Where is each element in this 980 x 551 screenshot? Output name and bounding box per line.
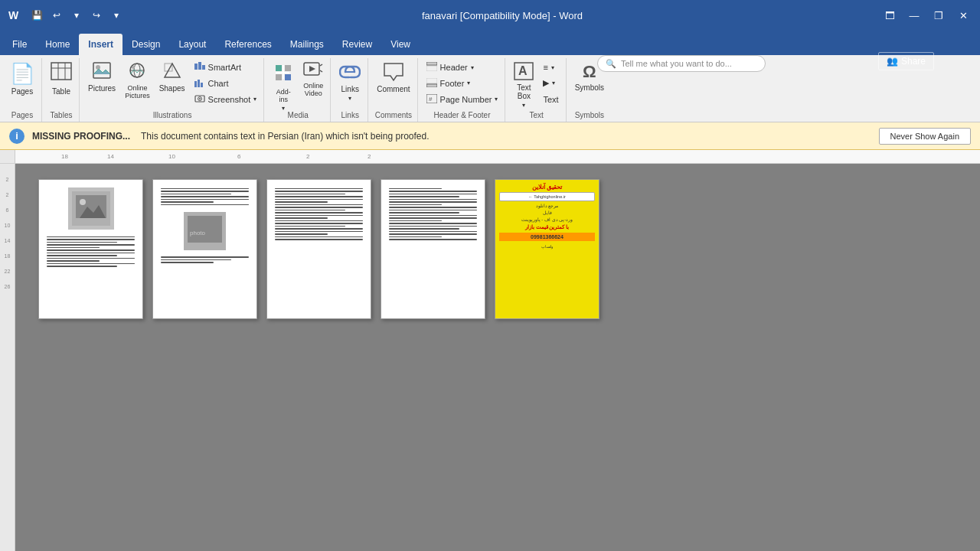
svg-rect-17 xyxy=(194,81,197,87)
svg-text:#: # xyxy=(429,96,433,103)
text-dropdown2[interactable]: ▾ xyxy=(552,80,555,86)
text-extra1[interactable]: ≡ ▾ xyxy=(539,60,562,75)
save-quick-button[interactable]: 💾 xyxy=(28,6,46,24)
tell-me-bar[interactable]: 🔍 Tell me what you want to do... xyxy=(597,55,766,72)
group-media: Add-ins ▾ OnlineVideo Media xyxy=(266,58,331,122)
svg-rect-19 xyxy=(201,83,203,87)
svg-rect-25 xyxy=(276,74,282,80)
header-label: Header xyxy=(440,63,468,72)
alert-bold-text: MISSING PROOFING... xyxy=(32,131,130,142)
page5-line1: مرجع دانلود xyxy=(499,203,595,208)
page-number-dropdown[interactable]: ▾ xyxy=(495,96,498,103)
pictures-button[interactable]: Pictures xyxy=(84,60,119,107)
textbox-button[interactable]: A TextBox ▾ xyxy=(510,60,537,107)
textbox-icon: A xyxy=(514,62,534,82)
page4-lines xyxy=(386,184,480,243)
alert-message: This document contains text in Persian (… xyxy=(141,131,429,142)
footer-dropdown[interactable]: ▾ xyxy=(467,80,470,86)
text-icon2: ▶ xyxy=(543,78,549,88)
page-2[interactable]: photo xyxy=(152,179,257,319)
footer-icon xyxy=(426,78,437,89)
screenshot-dropdown[interactable]: ▾ xyxy=(253,96,256,103)
ruler-mark-18: 18 xyxy=(61,153,68,160)
tab-review[interactable]: Review xyxy=(333,34,381,55)
textbox-dropdown[interactable]: ▾ xyxy=(522,102,525,109)
page5-line2: فایل xyxy=(499,210,595,215)
smartart-chart-screenshot-col: SmartArt Chart xyxy=(191,60,261,107)
redo-button[interactable]: ↪ xyxy=(87,6,106,24)
undo-dropdown[interactable]: ▾ xyxy=(67,6,86,24)
vruler-2b: 2 xyxy=(6,187,9,202)
addins-button[interactable]: Add-ins ▾ xyxy=(269,60,298,107)
horizontal-ruler: 18 14 10 6 2 2 xyxy=(0,150,980,164)
ribbon-display-button[interactable]: 🗖 xyxy=(879,5,900,26)
pages-button[interactable]: 📄 Pages xyxy=(6,60,38,107)
document-area: 2 2 6 10 14 18 22 26 xyxy=(0,164,980,551)
qa-dropdown[interactable]: ▾ xyxy=(107,6,126,24)
group-links: Links ▾ Links xyxy=(332,58,368,122)
page5-footer: واتساپ xyxy=(499,244,595,249)
table-button[interactable]: Table xyxy=(47,60,76,107)
vruler-10: 10 xyxy=(5,217,11,233)
page-number-icon: # xyxy=(426,94,437,105)
page-5[interactable]: تحقیق آنلاین Tahghighonline.ir ← مرجع دا… xyxy=(495,179,599,319)
online-video-button[interactable]: OnlineVideo xyxy=(299,60,327,107)
svg-rect-14 xyxy=(194,64,198,70)
shapes-icon xyxy=(163,62,181,83)
header-button[interactable]: Header ▾ xyxy=(423,60,502,75)
close-button[interactable]: ✕ xyxy=(952,5,974,26)
page-number-button[interactable]: # Page Number ▾ xyxy=(423,92,502,107)
smartart-button[interactable]: SmartArt xyxy=(191,60,261,75)
tab-mailings[interactable]: Mailings xyxy=(281,34,333,55)
page-4[interactable] xyxy=(381,179,485,319)
screenshot-button[interactable]: Screenshot ▾ xyxy=(191,92,261,107)
never-show-again-button[interactable]: Never Show Again xyxy=(879,128,972,145)
page-3[interactable] xyxy=(266,179,371,319)
online-pictures-icon xyxy=(128,62,146,83)
links-button[interactable]: Links ▾ xyxy=(335,60,364,107)
addins-label: Add-ins xyxy=(276,88,291,103)
online-pictures-button[interactable]: OnlinePictures xyxy=(121,60,154,107)
page-1[interactable] xyxy=(38,179,143,319)
shapes-button[interactable]: Shapes xyxy=(155,60,189,107)
maximize-button[interactable]: ❐ xyxy=(928,5,949,26)
tab-layout[interactable]: Layout xyxy=(169,34,215,55)
ruler-mark-2b: 2 xyxy=(368,153,371,160)
tab-references[interactable]: References xyxy=(215,34,280,55)
title-bar-left: W 💾 ↩ ▾ ↪ ▾ xyxy=(6,6,126,24)
undo-button[interactable]: ↩ xyxy=(47,6,66,24)
text-group-label: Text xyxy=(510,109,562,122)
tab-home[interactable]: Home xyxy=(36,34,79,55)
pages-icon: 📄 xyxy=(10,62,34,86)
window-controls: 🗖 — ❐ ✕ xyxy=(879,5,974,26)
header-dropdown[interactable]: ▾ xyxy=(471,64,474,71)
links-dropdown[interactable]: ▾ xyxy=(348,95,351,102)
pages-row: photo xyxy=(38,179,599,319)
tables-group-label: Tables xyxy=(47,109,76,122)
tab-file[interactable]: File xyxy=(3,34,36,55)
footer-button[interactable]: Footer ▾ xyxy=(423,76,502,91)
page2-lines-top xyxy=(158,184,252,209)
tab-insert[interactable]: Insert xyxy=(79,34,122,55)
online-video-label: OnlineVideo xyxy=(303,82,323,97)
chart-button[interactable]: Chart xyxy=(191,76,261,91)
page5-url: Tahghighonline.ir ← xyxy=(499,192,595,201)
svg-marker-30 xyxy=(309,66,315,72)
tab-view[interactable]: View xyxy=(381,34,420,55)
svg-point-22 xyxy=(199,98,201,99)
text-extras-col: ≡ ▾ ▶ ▾ Text xyxy=(539,60,562,107)
chart-icon xyxy=(194,78,205,89)
tab-design[interactable]: Design xyxy=(122,34,169,55)
quick-access-toolbar: 💾 ↩ ▾ ↪ ▾ xyxy=(28,6,126,24)
minimize-button[interactable]: — xyxy=(903,5,925,26)
ruler-mark-14: 14 xyxy=(107,153,114,160)
symbols-icon: Ω xyxy=(583,62,596,82)
share-button[interactable]: 👥 Share xyxy=(878,52,934,70)
text-extra2[interactable]: ▶ ▾ xyxy=(539,76,562,91)
vruler-14: 14 xyxy=(5,233,11,248)
ruler-horizontal: 18 14 10 6 2 2 xyxy=(15,150,980,163)
comment-button[interactable]: Comment xyxy=(373,60,413,107)
page-number-label: Page Number xyxy=(440,95,492,104)
svg-point-11 xyxy=(132,66,135,69)
text-dropdown1[interactable]: ▾ xyxy=(551,64,554,71)
